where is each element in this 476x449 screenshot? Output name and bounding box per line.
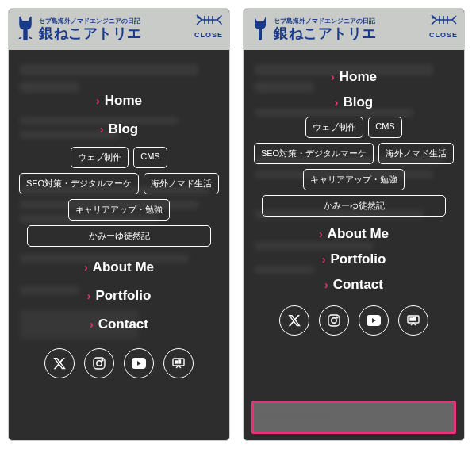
cat-logo-icon bbox=[15, 15, 36, 44]
tag-cms[interactable]: CMS bbox=[368, 117, 401, 138]
tag-nomad[interactable]: 海外ノマド生活 bbox=[378, 143, 454, 164]
fishbone-icon bbox=[195, 13, 222, 29]
x-icon bbox=[288, 314, 301, 327]
phone-preview-left: セブ島海外ノマドエンジニアの日記 銀ねこアトリエ CLOSE ›Home › bbox=[8, 8, 230, 441]
blog-tags: ウェブ制作 CMS SEO対策・デジタルマーケ 海外ノマド生活 キャリアアップ・… bbox=[9, 147, 229, 247]
nav-blog[interactable]: ›Blog bbox=[335, 94, 373, 110]
tag-web[interactable]: ウェブ制作 bbox=[305, 117, 363, 138]
svg-point-2 bbox=[97, 361, 102, 366]
chevron-right-icon: › bbox=[84, 261, 88, 274]
nav-portfolio-label: Portfolio bbox=[95, 288, 151, 304]
social-youtube[interactable] bbox=[124, 348, 154, 378]
topbar: セブ島海外ノマドエンジニアの日記 銀ねこアトリエ CLOSE bbox=[9, 9, 229, 50]
tag-nomad[interactable]: 海外ノマド生活 bbox=[144, 173, 219, 194]
menu-overlay: ›Home ›Blog ウェブ制作 CMS SEO対策・デジタルマーケ 海外ノマ… bbox=[9, 82, 229, 440]
instagram-icon bbox=[328, 314, 340, 327]
blog-tags: ウェブ制作 CMS SEO対策・デジタルマーケ 海外ノマド生活 キャリアアップ・… bbox=[244, 117, 464, 217]
svg-point-3 bbox=[102, 359, 103, 361]
tag-web[interactable]: ウェブ制作 bbox=[71, 147, 129, 168]
close-button[interactable]: CLOSE bbox=[429, 13, 458, 39]
svg-rect-15 bbox=[413, 317, 416, 320]
svg-point-10 bbox=[332, 318, 336, 323]
nav-home[interactable]: ›Home bbox=[331, 69, 377, 85]
nav-home[interactable]: ›Home bbox=[96, 93, 142, 109]
nav-contact-label: Contact bbox=[98, 317, 148, 332]
nav-blog-label: Blog bbox=[108, 121, 138, 137]
close-label: CLOSE bbox=[194, 31, 223, 39]
chevron-right-icon: › bbox=[87, 290, 91, 302]
nav-home-label: Home bbox=[340, 69, 377, 85]
chevron-right-icon: › bbox=[100, 123, 104, 136]
social-links bbox=[44, 348, 194, 378]
tag-seo[interactable]: SEO対策・デジタルマーケ bbox=[254, 143, 374, 164]
tag-career[interactable]: キャリアアップ・勉強 bbox=[303, 169, 405, 190]
nav-about[interactable]: ›About Me bbox=[319, 226, 389, 242]
nav-home-label: Home bbox=[105, 93, 142, 109]
chevron-right-icon: › bbox=[319, 228, 323, 240]
instagram-icon bbox=[93, 357, 106, 370]
close-label: CLOSE bbox=[429, 31, 458, 39]
highlighted-code-region bbox=[251, 401, 456, 434]
social-x[interactable] bbox=[44, 348, 75, 378]
svg-rect-6 bbox=[175, 361, 178, 363]
brand[interactable]: セブ島海外ノマドエンジニアの日記 銀ねこアトリエ bbox=[15, 15, 142, 44]
chevron-right-icon: › bbox=[90, 318, 94, 331]
social-slides[interactable] bbox=[163, 348, 194, 378]
cat-logo-icon bbox=[250, 15, 271, 44]
close-button[interactable]: CLOSE bbox=[194, 13, 223, 39]
chevron-right-icon: › bbox=[322, 253, 326, 266]
youtube-icon bbox=[367, 315, 381, 326]
tag-career[interactable]: キャリアアップ・勉強 bbox=[68, 199, 170, 221]
brand[interactable]: セブ島海外ノマドエンジニアの日記 銀ねこアトリエ bbox=[250, 15, 377, 44]
nav-portfolio[interactable]: ›Portfolio bbox=[87, 288, 152, 304]
brand-tagline: セブ島海外ノマドエンジニアの日記 bbox=[274, 18, 377, 25]
social-x[interactable] bbox=[279, 305, 309, 336]
nav-portfolio-label: Portfolio bbox=[330, 251, 386, 267]
nav-about-label: About Me bbox=[93, 259, 154, 275]
nav-about-label: About Me bbox=[328, 226, 389, 242]
fishbone-icon bbox=[430, 13, 457, 29]
brand-logo-text: 銀ねこアトリエ bbox=[39, 26, 142, 40]
nav-contact[interactable]: ›Contact bbox=[324, 277, 383, 293]
social-links bbox=[279, 305, 428, 336]
tag-kamiyu[interactable]: かみーゆ徒然記 bbox=[262, 195, 446, 217]
menu-body: ›Home ›Blog ウェブ制作 CMS SEO対策・デジタルマーケ 海外ノマ… bbox=[244, 50, 464, 440]
nav-blog[interactable]: ›Blog bbox=[100, 121, 138, 137]
youtube-icon bbox=[132, 358, 146, 369]
chevron-right-icon: › bbox=[335, 96, 339, 109]
svg-rect-14 bbox=[410, 318, 413, 320]
tag-cms[interactable]: CMS bbox=[133, 147, 167, 168]
svg-point-0 bbox=[198, 17, 199, 18]
nav-portfolio[interactable]: ›Portfolio bbox=[322, 251, 386, 267]
social-slides[interactable] bbox=[398, 305, 428, 336]
tag-seo[interactable]: SEO対策・デジタルマーケ bbox=[19, 173, 139, 194]
nav-blog-label: Blog bbox=[343, 94, 373, 110]
phone-preview-right: セブ島海外ノマドエンジニアの日記 銀ねこアトリエ CLOSE ›Home ›Bl… bbox=[243, 8, 465, 441]
brand-logo-text: 銀ねこアトリエ bbox=[274, 26, 377, 40]
presentation-icon bbox=[172, 357, 185, 370]
social-instagram[interactable] bbox=[84, 348, 114, 378]
social-instagram[interactable] bbox=[319, 305, 349, 336]
svg-point-11 bbox=[336, 317, 338, 318]
svg-rect-7 bbox=[178, 360, 181, 363]
svg-point-8 bbox=[432, 17, 434, 18]
social-youtube[interactable] bbox=[359, 305, 389, 336]
menu-body: ›Home ›Blog ウェブ制作 CMS SEO対策・デジタルマーケ 海外ノマ… bbox=[9, 50, 229, 440]
presentation-icon bbox=[407, 314, 420, 327]
menu-overlay: ›Home ›Blog ウェブ制作 CMS SEO対策・デジタルマーケ 海外ノマ… bbox=[244, 66, 464, 440]
nav-about[interactable]: ›About Me bbox=[84, 259, 154, 275]
chevron-right-icon: › bbox=[324, 278, 328, 291]
chevron-right-icon: › bbox=[331, 71, 335, 83]
chevron-right-icon: › bbox=[96, 94, 100, 107]
nav-contact[interactable]: ›Contact bbox=[90, 317, 148, 332]
x-icon bbox=[53, 357, 66, 370]
tag-kamiyu[interactable]: かみーゆ徒然記 bbox=[27, 225, 211, 247]
nav-contact-label: Contact bbox=[333, 277, 383, 293]
topbar: セブ島海外ノマドエンジニアの日記 銀ねこアトリエ CLOSE bbox=[244, 9, 464, 50]
brand-tagline: セブ島海外ノマドエンジニアの日記 bbox=[39, 18, 142, 25]
